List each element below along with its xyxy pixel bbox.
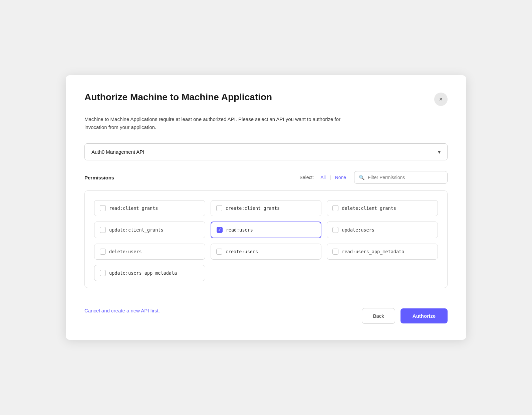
permission-checkbox-delete-client-grants <box>332 205 338 211</box>
permissions-grid-container: read:client_grants create:client_grants … <box>84 190 448 288</box>
permission-name: read:users <box>226 227 253 233</box>
permission-checkbox-update-users-app-metadata <box>100 270 106 276</box>
authorize-button[interactable]: Authorize <box>401 308 448 323</box>
permission-item-create-client-grants[interactable]: create:client_grants <box>211 200 322 216</box>
permission-checkbox-create-users <box>216 249 222 255</box>
select-none-button[interactable]: None <box>332 173 349 181</box>
permission-name: read:users_app_metadata <box>342 249 404 254</box>
permission-checkbox-create-client-grants <box>216 205 222 211</box>
permission-item-read-users[interactable]: read:users <box>211 222 322 238</box>
permissions-grid: read:client_grants create:client_grants … <box>94 200 438 281</box>
permission-checkbox-read-users <box>217 227 223 233</box>
close-button[interactable]: × <box>434 93 448 106</box>
api-select-wrapper: Auth0 Management API ▼ <box>84 143 448 160</box>
modal-container: Authorize Machine to Machine Application… <box>66 75 466 340</box>
permission-item-read-client-grants[interactable]: read:client_grants <box>94 200 205 216</box>
modal-title: Authorize Machine to Machine Application <box>84 91 272 103</box>
modal-description: Machine to Machine Applications require … <box>84 115 358 131</box>
permission-item-update-users-app-metadata[interactable]: update:users_app_metadata <box>94 265 205 281</box>
permissions-label: Permissions <box>84 175 300 180</box>
permission-name: delete:users <box>109 249 142 254</box>
permission-item-read-users-app-metadata[interactable]: read:users_app_metadata <box>327 244 438 260</box>
select-actions: Select: All | None <box>300 173 349 181</box>
permission-name: update:users_app_metadata <box>109 270 177 276</box>
permission-name: update:users <box>342 227 374 233</box>
permission-checkbox-delete-users <box>100 249 106 255</box>
separator: | <box>330 175 331 180</box>
permission-checkbox-read-users-app-metadata <box>332 249 338 255</box>
permissions-header: Permissions Select: All | None 🔍 <box>84 171 448 184</box>
filter-input-wrapper: 🔍 <box>354 171 448 184</box>
permission-name: read:client_grants <box>109 205 158 211</box>
modal-header: Authorize Machine to Machine Application… <box>84 91 448 106</box>
api-select[interactable]: Auth0 Management API <box>84 143 448 160</box>
permission-name: delete:client_grants <box>342 205 396 211</box>
cancel-create-api-link[interactable]: Cancel and create a new API first. <box>84 308 160 313</box>
select-all-button[interactable]: All <box>318 173 328 181</box>
permission-checkbox-read-client-grants <box>100 205 106 211</box>
select-label: Select: <box>300 175 314 180</box>
filter-permissions-input[interactable] <box>354 171 448 184</box>
permission-item-update-client-grants[interactable]: update:client_grants <box>94 222 205 238</box>
permission-name: create:client_grants <box>226 205 280 211</box>
permission-item-create-users[interactable]: create:users <box>211 244 322 260</box>
permission-name: update:client_grants <box>109 227 164 233</box>
close-icon: × <box>439 96 443 103</box>
permission-item-update-users[interactable]: update:users <box>327 222 438 238</box>
modal-footer: Back Authorize <box>362 308 448 324</box>
permission-item-delete-users[interactable]: delete:users <box>94 244 205 260</box>
back-button[interactable]: Back <box>362 308 395 324</box>
permission-checkbox-update-users <box>332 227 338 233</box>
permission-item-delete-client-grants[interactable]: delete:client_grants <box>327 200 438 216</box>
bottom-row: Cancel and create a new API first. Back … <box>84 297 448 324</box>
permission-checkbox-update-client-grants <box>100 227 106 233</box>
permission-name: create:users <box>226 249 258 254</box>
